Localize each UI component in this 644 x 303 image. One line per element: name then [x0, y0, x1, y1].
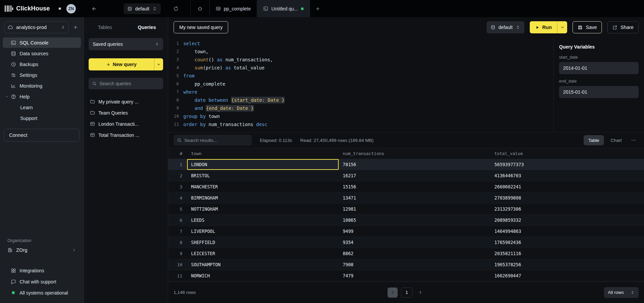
cell-total-value[interactable]: 1965378256: [490, 259, 644, 270]
saved-query-item-london-transacti[interactable]: London Transacti...: [84, 118, 168, 129]
code-line[interactable]: 3 count() as num_transactions,: [168, 56, 553, 64]
cell-num-transactions[interactable]: 7908: [339, 259, 490, 270]
code-line[interactable]: 7where: [168, 88, 553, 96]
cell-num-transactions[interactable]: 15156: [339, 181, 490, 192]
cell-town[interactable]: BRISTOL: [187, 170, 339, 181]
cell-num-transactions[interactable]: 13471: [339, 192, 490, 203]
cell-num-transactions[interactable]: 8862: [339, 248, 490, 259]
saved-queries-filter[interactable]: Saved queries: [89, 38, 163, 50]
previous-page-button[interactable]: [388, 287, 398, 298]
cell-town[interactable]: SOUTHAMPTON: [187, 259, 339, 270]
table-row[interactable]: 1LONDON7815656593977373: [168, 159, 644, 170]
table-row[interactable]: 5NOTTINGHAM129812313297306: [168, 204, 644, 215]
cell-town[interactable]: LIVERPOOL: [187, 226, 339, 237]
sidebar-item-learn[interactable]: Learn: [3, 102, 81, 113]
view-toggle-chart[interactable]: Chart: [606, 135, 626, 145]
cell-town[interactable]: LONDON: [187, 159, 339, 170]
cell-town[interactable]: LEEDS: [187, 215, 339, 225]
code-line[interactable]: 2 town,: [168, 48, 553, 56]
column-header-town[interactable]: town: [187, 148, 339, 159]
cell-num-transactions[interactable]: 12981: [339, 204, 490, 214]
table-row[interactable]: 6LEEDS108652089859332: [168, 215, 644, 226]
cell-total-value[interactable]: 1662690447: [490, 270, 644, 281]
search-queries-input[interactable]: [99, 81, 160, 86]
table-row[interactable]: 2BRISTOL162174136446703: [168, 170, 644, 181]
search-results-input[interactable]: [184, 138, 248, 143]
save-button[interactable]: Save: [573, 21, 602, 33]
code-line[interactable]: 11order by num_transactions desc: [168, 120, 553, 128]
editor-tab-untitled-qu[interactable]: Untitled qu...: [257, 0, 310, 17]
cell-total-value[interactable]: 2089859332: [490, 215, 644, 225]
cell-total-value[interactable]: 1765902436: [490, 237, 644, 248]
cell-num-transactions[interactable]: 10865: [339, 215, 490, 225]
search-results[interactable]: [174, 135, 252, 146]
page-size-select[interactable]: All rows: [604, 287, 639, 298]
next-page-button[interactable]: [416, 287, 425, 298]
sidebar-item-support[interactable]: Support: [3, 113, 81, 123]
sidebar-footer-integrations[interactable]: Integrations: [0, 265, 84, 276]
panel-tab-tables[interactable]: Tables: [84, 25, 126, 30]
cell-town[interactable]: MANCHESTER: [187, 181, 339, 192]
column-header-total-value[interactable]: total_value: [490, 148, 644, 159]
more-options-button[interactable]: [628, 135, 639, 145]
table-row[interactable]: 4BIRMINGHAM134712703899808: [168, 192, 644, 204]
run-button[interactable]: Run: [530, 21, 567, 33]
code-line[interactable]: 5from: [168, 72, 553, 80]
cell-total-value[interactable]: 1464994863: [490, 226, 644, 237]
share-button[interactable]: Share: [607, 21, 639, 33]
add-service-button[interactable]: [71, 25, 80, 30]
panel-tab-queries[interactable]: Queries: [126, 25, 168, 30]
saved-query-tab[interactable]: My new saved query: [174, 21, 228, 33]
organization-item[interactable]: ZOrg: [7, 247, 76, 253]
cell-total-value[interactable]: 4136446703: [490, 170, 644, 181]
topbar-database-select[interactable]: default: [124, 3, 161, 14]
cell-total-value[interactable]: 56593977373: [490, 159, 644, 170]
sidebar-item-monitoring[interactable]: Monitoring: [3, 81, 81, 91]
new-query-button[interactable]: New query: [89, 58, 163, 70]
cell-town[interactable]: NORWICH: [187, 270, 339, 281]
sidebar-item-backups[interactable]: Backups: [3, 59, 81, 69]
saved-query-item-total-transaction[interactable]: Total Transaction ...: [84, 129, 168, 141]
saved-query-item-my-private-query[interactable]: My private query ...: [84, 96, 168, 107]
code-line[interactable]: 4 sum(price) as total_value: [168, 64, 553, 72]
cell-total-value[interactable]: 2035821116: [490, 248, 644, 259]
cell-total-value[interactable]: 2703899808: [490, 192, 644, 203]
table-row[interactable]: 11NORWICH74791662690447: [168, 270, 644, 281]
sql-editor[interactable]: 1select2 town,3 count() as num_transacti…: [168, 37, 553, 132]
run-options-dropdown[interactable]: [557, 21, 567, 33]
service-selector[interactable]: analytics-prod: [4, 21, 69, 33]
editor-database-select[interactable]: default: [487, 21, 524, 33]
cell-town[interactable]: NOTTINGHAM: [187, 204, 339, 214]
editor-tab-pp-complete[interactable]: pp_complete: [210, 0, 257, 17]
code-line[interactable]: 1select: [168, 39, 553, 48]
back-button[interactable]: [89, 3, 100, 14]
code-line[interactable]: 6 pp_complete: [168, 80, 553, 88]
code-line[interactable]: 10group by town: [168, 112, 553, 120]
cell-num-transactions[interactable]: 9499: [339, 226, 490, 237]
view-toggle-table[interactable]: Table: [584, 135, 604, 145]
refresh-button[interactable]: [170, 3, 182, 14]
sidebar-item-sql-console[interactable]: SQL Console: [3, 37, 81, 48]
new-query-dropdown[interactable]: [154, 58, 163, 70]
cell-num-transactions[interactable]: 78156: [339, 159, 490, 170]
code-line[interactable]: 8 date between {start_date: Date }: [168, 96, 553, 104]
clickhouse-logo[interactable]: [5, 5, 13, 12]
saved-query-item-team-queries[interactable]: Team Queries: [84, 107, 168, 118]
cell-town[interactable]: SHEFFIELD: [187, 237, 339, 248]
cell-total-value[interactable]: 2660602241: [490, 181, 644, 192]
column-header-num-transactions[interactable]: num_transactions: [339, 148, 490, 159]
sidebar-footer-all-systems-operational[interactable]: All systems operational: [0, 287, 84, 298]
cell-total-value[interactable]: 2313297306: [490, 204, 644, 214]
home-tab[interactable]: [190, 0, 210, 17]
connect-button[interactable]: Connect: [4, 129, 80, 142]
table-row[interactable]: 7LIVERPOOL94991464994863: [168, 226, 644, 237]
cell-num-transactions[interactable]: 16217: [339, 170, 490, 181]
new-tab-button[interactable]: [310, 0, 326, 17]
search-queries[interactable]: [89, 78, 163, 89]
current-page[interactable]: 1: [401, 287, 412, 298]
cell-num-transactions[interactable]: 7479: [339, 270, 490, 281]
cell-town[interactable]: BIRMINGHAM: [187, 192, 339, 203]
cell-num-transactions[interactable]: 9354: [339, 237, 490, 248]
variable-input-end-date[interactable]: [559, 86, 639, 98]
code-line[interactable]: 9 and {end_date: Date }: [168, 104, 553, 112]
